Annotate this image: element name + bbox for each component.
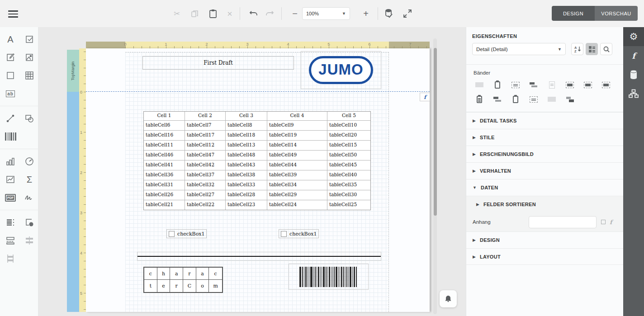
selected-element-dropdown[interactable]: Detail (Detail) ▼ <box>472 43 566 55</box>
table-cell[interactable]: tableCell13 <box>226 141 267 150</box>
section-stile[interactable]: ▶ STILE <box>466 129 623 146</box>
table-cell[interactable]: tableCell24 <box>267 200 327 210</box>
table-cell[interactable]: tableCell9 <box>267 121 327 130</box>
table-cell[interactable]: tableCell45 <box>327 160 370 170</box>
line-control[interactable] <box>137 252 381 261</box>
band-icon-topmargin[interactable] <box>474 80 484 90</box>
data-source-rail-button[interactable] <box>623 65 644 84</box>
table-cell[interactable]: tableCell19 <box>267 131 327 140</box>
preview-tab[interactable]: VORSCHAU <box>595 6 638 21</box>
table-cell[interactable]: tableCell39 <box>267 170 327 180</box>
menu-icon[interactable] <box>8 9 19 19</box>
table-cell[interactable]: tableCell14 <box>267 141 327 150</box>
topmargin-band-tab[interactable]: TopMargin <box>67 50 79 92</box>
paste-icon[interactable] <box>206 6 220 21</box>
redo-icon[interactable] <box>262 6 277 21</box>
table-cell[interactable]: tableCell27 <box>185 190 226 200</box>
fullscreen-icon[interactable] <box>400 6 415 21</box>
checkbox-tool[interactable] <box>24 33 35 45</box>
richtext-tool[interactable] <box>5 52 16 63</box>
table-cell[interactable]: tableCell41 <box>144 160 185 170</box>
zoom-in-icon[interactable]: + <box>359 6 373 21</box>
gauge-tool[interactable] <box>24 156 35 167</box>
cut-icon[interactable]: ✂ <box>170 6 184 21</box>
table-cell[interactable]: tableCell37 <box>185 170 226 180</box>
table-cell[interactable]: tableCell50 <box>327 151 370 160</box>
table-cell[interactable]: tableCell25 <box>327 200 370 210</box>
table-cell[interactable]: tableCell31 <box>144 180 185 190</box>
table-cell[interactable]: tableCell34 <box>267 180 327 190</box>
section-verhalten[interactable]: ▶ VERHALTEN <box>466 162 623 179</box>
table-cell[interactable]: tableCell42 <box>185 160 226 170</box>
table-cell[interactable]: tableCell49 <box>267 151 327 160</box>
page-break-tool[interactable] <box>5 235 16 246</box>
table-header-cell[interactable]: Cell 5 <box>327 112 370 120</box>
line-tool[interactable] <box>5 113 16 124</box>
section-erscheinungsbild[interactable]: ▶ ERSCHEINUNGSBILD <box>466 146 623 162</box>
table-cell[interactable]: tableCell44 <box>267 160 327 170</box>
table-cell[interactable]: tableCell33 <box>226 180 267 190</box>
table-cell[interactable]: tableCell12 <box>185 141 226 150</box>
table-cell[interactable]: tableCell16 <box>144 131 185 140</box>
table-cell[interactable]: tableCell6 <box>144 121 185 130</box>
table-cell[interactable]: tableCell10 <box>327 121 370 130</box>
table-cell[interactable]: tableCell32 <box>185 180 226 190</box>
table-header-cell[interactable]: Cell 2 <box>185 112 226 120</box>
section-felder-sortieren[interactable]: ▶ FELDER SORTIEREN <box>466 196 623 212</box>
table-cell[interactable]: tableCell36 <box>144 170 185 180</box>
band-icon-bottommargin[interactable] <box>547 94 557 104</box>
table-cell[interactable]: tableCell30 <box>327 190 370 200</box>
section-design[interactable]: ▶ DESIGN <box>466 231 623 248</box>
table-cell[interactable]: tableCell43 <box>226 160 267 170</box>
band-icon-pageheader[interactable] <box>511 80 521 90</box>
band-icon-subband[interactable] <box>529 94 539 104</box>
sparkline-tool[interactable] <box>5 174 16 185</box>
table-cell[interactable]: tableCell29 <box>267 190 327 200</box>
table-cell[interactable]: tableCell20 <box>327 131 370 140</box>
section-layout[interactable]: ▶ LAYOUT <box>466 248 623 265</box>
validate-icon[interactable] <box>381 6 396 21</box>
table-tool[interactable] <box>24 70 35 81</box>
detail-band-tab[interactable] <box>67 92 79 312</box>
section-detail-tasks[interactable]: ▶ DETAIL TASKS <box>466 112 623 129</box>
band-icon-reportheader[interactable] <box>492 80 502 90</box>
table-cell[interactable]: tableCell28 <box>226 190 267 200</box>
bind-checkbox[interactable] <box>601 220 606 224</box>
table-header-cell[interactable]: Cell 1 <box>144 112 185 120</box>
character-comb-control[interactable]: characterCom <box>143 267 223 293</box>
page-info-tool[interactable]: i <box>24 217 35 228</box>
band-icon-reportfooter[interactable] <box>511 94 521 104</box>
band-icon-detail[interactable] <box>547 80 557 90</box>
table-cell[interactable]: tableCell23 <box>226 200 267 210</box>
expressions-rail-button[interactable]: f <box>623 46 644 65</box>
table-cell[interactable]: tableCell22 <box>185 200 226 210</box>
shape-tool[interactable] <box>24 113 35 124</box>
table-cell[interactable]: tableCell15 <box>327 141 370 150</box>
table-cell[interactable]: tableCell38 <box>226 170 267 180</box>
canvas-scrollbar-thumb[interactable] <box>434 48 437 216</box>
cross-band-box-tool[interactable] <box>5 253 16 264</box>
band-icon-verticaldetail[interactable] <box>601 80 611 90</box>
panel-tool[interactable] <box>5 70 16 81</box>
sort-alphabetical-button[interactable]: AZ <box>571 43 583 55</box>
barcode-control[interactable] <box>289 264 369 290</box>
subreport-tool[interactable] <box>5 217 16 228</box>
table-cell[interactable]: tableCell48 <box>226 151 267 160</box>
properties-rail-button[interactable]: ⚙ <box>623 27 644 46</box>
picture-tool[interactable] <box>24 52 35 63</box>
band-icon-verticalheader[interactable] <box>583 80 593 90</box>
chart-tool[interactable] <box>5 156 16 167</box>
signature-tool[interactable] <box>24 192 35 203</box>
table-cell[interactable]: tableCell18 <box>226 131 267 140</box>
label-tool[interactable]: A <box>5 33 16 45</box>
report-explorer-rail-button[interactable] <box>623 84 644 103</box>
band-icon-pagefooter[interactable] <box>492 94 502 104</box>
table-cell[interactable]: tableCell35 <box>327 180 370 190</box>
table-cell[interactable]: tableCell17 <box>185 131 226 140</box>
barcode-tool[interactable] <box>5 131 16 142</box>
table-cell[interactable]: tableCell26 <box>144 190 185 200</box>
expression-fx-icon[interactable]: f <box>610 219 612 226</box>
band-icon-grouptfooter[interactable] <box>474 94 484 104</box>
table-header-cell[interactable]: Cell 4 <box>267 112 327 120</box>
logo-picture-control[interactable]: JUMO <box>301 51 381 89</box>
